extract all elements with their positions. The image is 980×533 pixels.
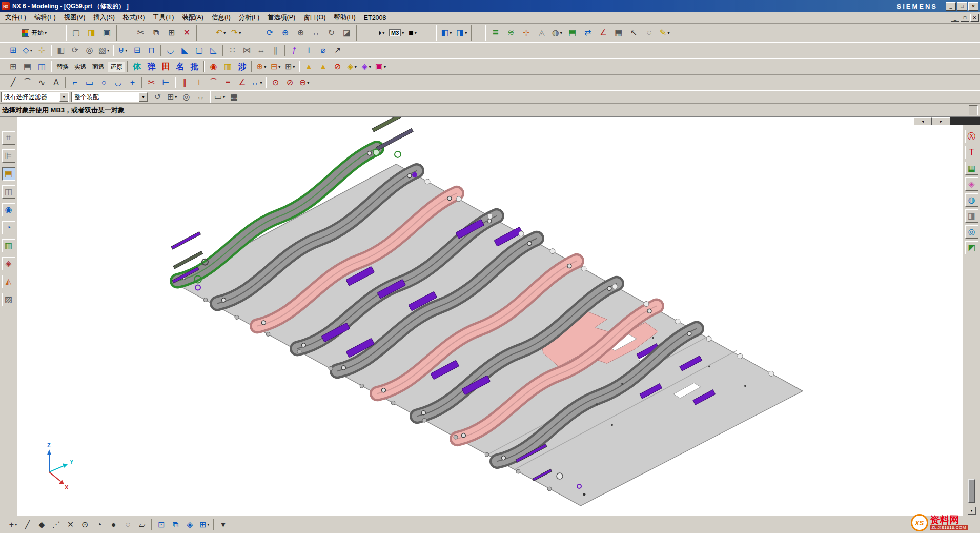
- annotation-button[interactable]: ✎: [657, 25, 672, 41]
- snap-control-point-button[interactable]: ⋰: [49, 518, 63, 531]
- combo-arrow-icon[interactable]: [59, 92, 68, 102]
- object-info-button[interactable]: i: [302, 44, 316, 57]
- snap-existing-point-button[interactable]: ●: [107, 518, 120, 531]
- constraint-tangent-button[interactable]: ⌒: [207, 76, 220, 89]
- background-color-button[interactable]: ■: [405, 25, 420, 41]
- cad-model-canvas[interactable]: Z Y X: [17, 117, 963, 516]
- fillet-button[interactable]: ◡: [111, 76, 125, 89]
- she-tool-button[interactable]: 涉: [235, 60, 249, 73]
- assembly-navigator-tab[interactable]: ⌗: [2, 131, 15, 145]
- pattern-feature-button[interactable]: ∷: [226, 44, 239, 57]
- child-restore-button[interactable]: □: [961, 14, 969, 22]
- tool-x6-button[interactable]: Ⓧ: [965, 130, 978, 143]
- quick-trim-button[interactable]: ✂: [145, 76, 158, 89]
- solid-translucent-button[interactable]: 实透: [72, 62, 89, 72]
- process-studio-tab[interactable]: ◈: [2, 257, 15, 270]
- restore-display-button[interactable]: 还原: [108, 62, 125, 72]
- orient-view-front-button[interactable]: ◨: [454, 25, 469, 41]
- lasso-select-button[interactable]: ◌: [642, 25, 657, 41]
- child-close-button[interactable]: ✕: [970, 14, 979, 22]
- purple-tool-button[interactable]: ◈: [359, 60, 373, 73]
- menu-information[interactable]: 信息(I): [208, 12, 235, 23]
- dimension-button[interactable]: ↔: [250, 76, 263, 89]
- face-translucent-button[interactable]: 面透: [90, 62, 107, 72]
- move-object-button[interactable]: ↔: [254, 44, 268, 57]
- redo-button[interactable]: ↷: [229, 25, 243, 41]
- snap-endpoint-button[interactable]: ╱: [21, 518, 34, 531]
- combo-arrow-icon[interactable]: [139, 92, 148, 102]
- datum-plane-button[interactable]: ◇: [21, 44, 34, 57]
- tool-globe-button[interactable]: ◎: [965, 225, 978, 239]
- snap-point-on-surface-button[interactable]: ▱: [135, 518, 149, 531]
- line-button[interactable]: ╱: [6, 76, 20, 89]
- select-arrow-button[interactable]: ↖: [626, 25, 641, 41]
- copy-button[interactable]: ⧉: [149, 25, 164, 41]
- refresh-view-button[interactable]: ⟳: [262, 25, 277, 41]
- menu-view[interactable]: 视图(V): [60, 12, 90, 23]
- rectangle-button[interactable]: ▭: [83, 76, 96, 89]
- undo-button[interactable]: ↶: [213, 25, 228, 41]
- menu-edit[interactable]: 编辑(E): [30, 12, 60, 23]
- snap-point-on-curve-button[interactable]: ◌: [121, 518, 135, 531]
- interpart-relations-button[interactable]: ⇄: [580, 25, 595, 41]
- graphics-viewport[interactable]: Z Y X: [17, 117, 963, 516]
- paste-button[interactable]: ⊞: [164, 25, 179, 41]
- new-file-button[interactable]: ▢: [69, 25, 84, 41]
- menu-analysis[interactable]: 分析(L): [235, 12, 263, 23]
- tool-t-button[interactable]: T: [965, 146, 978, 159]
- wcs-dynamics-button[interactable]: ⊹: [519, 25, 534, 41]
- class-selection-button[interactable]: ↗: [331, 44, 344, 57]
- edit-in-window-button[interactable]: ⊞: [197, 518, 211, 531]
- wave-geometry-button[interactable]: ◈: [183, 518, 197, 531]
- constraint-parallel-button[interactable]: ∥: [178, 76, 192, 89]
- hd3d-tools-tab[interactable]: ◉: [2, 203, 15, 216]
- spring-tool-button[interactable]: 弹: [145, 60, 158, 73]
- work-layer-button[interactable]: ▤: [21, 60, 34, 73]
- perspective-button[interactable]: ◪: [339, 25, 354, 41]
- selection-filter-combo[interactable]: 没有选择过滤器: [1, 92, 69, 102]
- die-grid-button[interactable]: 田: [159, 60, 173, 73]
- stamp-check-button[interactable]: ⊕: [254, 60, 268, 73]
- scroll-down-button[interactable]: [968, 507, 976, 515]
- delete-button[interactable]: ✕: [179, 25, 194, 41]
- save-button[interactable]: ▣: [99, 25, 114, 41]
- menus-overflow-button[interactable]: ▾: [216, 518, 230, 531]
- scroll-left-button[interactable]: [913, 117, 932, 125]
- pink-tool-button[interactable]: ▣: [374, 60, 387, 73]
- menu-insert[interactable]: 插入(S): [89, 12, 119, 23]
- zoom-button[interactable]: ⊕: [293, 25, 308, 41]
- circle-diameter-button[interactable]: ⊙: [269, 76, 282, 89]
- clip-section-button[interactable]: ◫: [35, 60, 49, 73]
- maximize-button[interactable]: □: [957, 2, 967, 11]
- history-tab[interactable]: ◔: [2, 221, 15, 234]
- red-marker-button[interactable]: ◉: [207, 60, 220, 73]
- intersect-button[interactable]: ⊓: [145, 44, 158, 57]
- menu-preferences[interactable]: 首选项(P): [263, 12, 299, 23]
- hole-button[interactable]: ◎: [83, 44, 96, 57]
- menu-assemblies[interactable]: 装配(A): [178, 12, 208, 23]
- highlight-button[interactable]: ▦: [227, 90, 241, 104]
- reuse-library-tab[interactable]: ◫: [2, 185, 15, 199]
- selection-scope-combo[interactable]: 整个装配: [71, 92, 148, 102]
- workplane-button[interactable]: ⊞: [165, 90, 179, 104]
- text-curve-button[interactable]: A: [49, 76, 63, 89]
- no-entry-button[interactable]: ⊘: [331, 60, 344, 73]
- constraint-equal-button[interactable]: ≡: [221, 76, 235, 89]
- interpart-link-button[interactable]: ⧉: [169, 518, 182, 531]
- circle-slash-button[interactable]: ⊘: [283, 76, 297, 89]
- layer-settings-button[interactable]: ≣: [488, 25, 503, 41]
- snap-point-toggle[interactable]: +: [6, 518, 20, 531]
- arc-button[interactable]: ⌒: [21, 76, 34, 89]
- tool-part-button[interactable]: ◩: [965, 241, 978, 254]
- open-file-button[interactable]: ◨: [84, 25, 99, 41]
- roles-tab[interactable]: ▨: [2, 293, 15, 306]
- snap-quadrant-button[interactable]: ◔: [92, 518, 106, 531]
- rotate-view-button[interactable]: ↻: [324, 25, 339, 41]
- pan-small-button[interactable]: ↔: [194, 90, 208, 104]
- yellow-layer-button[interactable]: ▥: [221, 60, 235, 73]
- measure-distance-button[interactable]: ⌀: [316, 44, 330, 57]
- scroll-right-button[interactable]: [932, 117, 950, 125]
- replace-display-button[interactable]: 替换: [54, 62, 71, 72]
- profile-button[interactable]: ⌐: [68, 76, 82, 89]
- angle-measure-button[interactable]: ∠: [596, 25, 610, 41]
